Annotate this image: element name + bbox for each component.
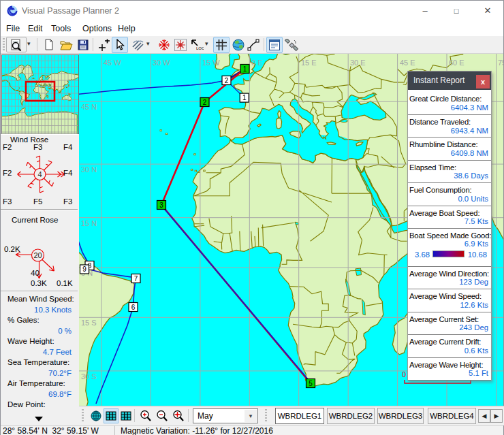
svg-text:45 E: 45 E [400, 59, 415, 67]
svg-text:3: 3 [159, 202, 163, 209]
svg-text:5: 5 [309, 380, 313, 387]
svg-text:0: 0 [402, 370, 406, 378]
svg-text:1: 1 [243, 65, 247, 73]
svg-text:45 N: 45 N [81, 103, 97, 111]
svg-text:0 E: 0 E [251, 59, 263, 67]
svg-text:30 S: 30 S [81, 372, 97, 381]
svg-text:1: 1 [242, 94, 247, 101]
svg-text:6: 6 [131, 304, 136, 311]
svg-text:15 N: 15 N [81, 219, 97, 227]
svg-text:7: 7 [134, 275, 138, 283]
svg-text:60 E: 60 E [449, 59, 464, 67]
svg-text:9: 9 [82, 265, 86, 273]
svg-text:30 W: 30 W [153, 59, 170, 67]
svg-text:15 E: 15 E [301, 59, 317, 67]
svg-text:LOC: LOC [196, 46, 204, 50]
svg-text:30 E: 30 E [350, 59, 366, 67]
svg-text:4: 4 [37, 170, 42, 178]
svg-text:20: 20 [33, 251, 42, 259]
svg-text:2: 2 [225, 77, 229, 84]
svg-text:75 E: 75 E [498, 59, 503, 67]
svg-text:45 W: 45 W [104, 59, 121, 67]
svg-text:15 W: 15 W [202, 59, 220, 67]
svg-text:2: 2 [203, 99, 207, 106]
svg-text:15 S: 15 S [81, 319, 97, 327]
svg-text:30 N: 30 N [81, 165, 97, 174]
